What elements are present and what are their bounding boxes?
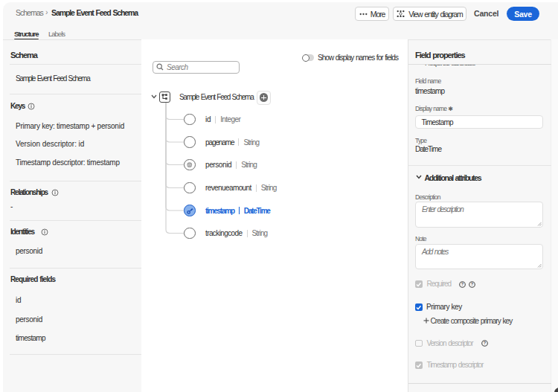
svg-text:?: ? — [461, 282, 464, 286]
svg-text:?: ? — [484, 341, 487, 345]
svg-text:?: ? — [471, 282, 474, 286]
